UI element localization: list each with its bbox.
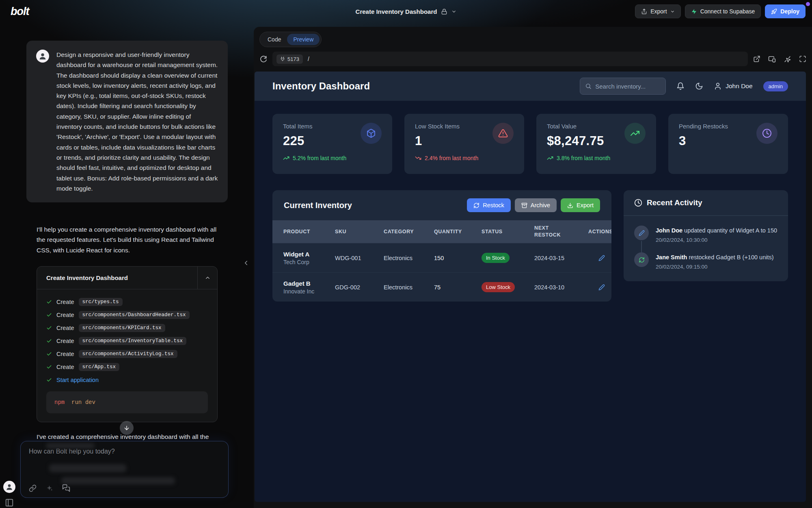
assistant-intro-text: I'll help you create a comprehensive inv… [37,224,222,255]
reload-icon[interactable] [259,55,267,63]
export-label: Export [577,202,594,208]
user-icon [714,82,722,90]
file-path[interactable]: src/components/KPICard.tsx [79,324,165,332]
sku-cell: GDG-002 [335,284,384,291]
collapse-artifact-button[interactable] [197,267,217,289]
open-external-icon[interactable] [753,55,760,63]
kpi-value: $8,247.75 [547,134,604,148]
scroll-to-bottom-button[interactable] [120,421,134,435]
edit-row-button[interactable] [598,284,611,291]
file-path[interactable]: src/types.ts [79,298,123,306]
user-message: Design a responsive and user-friendly in… [26,41,228,202]
pencil-icon [598,255,605,261]
archive-button[interactable]: Archive [515,198,557,212]
kpi-card-pending-restocks: Pending Restocks 3 [668,114,788,174]
kpi-label: Low Stock Items [415,123,460,130]
file-path[interactable]: src/components/ActivityLog.tsx [79,350,177,358]
deploy-button[interactable]: Deploy [765,4,806,18]
archive-label: Archive [531,202,550,208]
sidebar-toggle-icon[interactable] [5,498,14,507]
view-mode-tabs: Code Preview [259,32,322,47]
user-menu[interactable]: John Doe [714,82,752,90]
collapse-chat-handle[interactable] [242,259,250,267]
status-cell: Low Stock [482,282,534,292]
kpi-label: Pending Restocks [679,123,728,130]
table-row[interactable]: Gadget B Innovate Inc GDG-002 Electronic… [272,272,611,302]
inventory-search-input[interactable] [595,83,661,90]
user-avatar [36,50,49,63]
recent-activity-panel: Recent Activity John Doe updated quantit… [624,190,788,281]
product-name: Widget A [283,251,335,258]
kpi-trend: 5.2% from last month [283,155,382,161]
topbar-actions: Export Connect to Supabase Deploy [635,4,806,18]
inspector-cursor-icon[interactable] [784,55,791,63]
inventory-search[interactable] [580,78,666,95]
restock-button[interactable]: Restock [467,198,510,212]
dark-mode-toggle-icon[interactable] [695,82,703,90]
tab-preview[interactable]: Preview [287,34,320,45]
dashboard-header: Inventory Dashboard [255,72,806,101]
address-bar[interactable]: 5173 / [272,52,748,66]
kpi-value: 225 [283,134,313,148]
port-badge[interactable]: 5173 [276,54,303,64]
bolt-logo[interactable]: bolt [11,5,29,18]
url-path: / [308,56,309,62]
plug-icon [280,56,285,61]
trending-up-icon [624,123,646,144]
chat-input-box[interactable] [20,441,229,498]
check-icon [46,299,52,305]
chat-panel: Design a responsive and user-friendly in… [0,23,254,508]
bell-icon[interactable] [676,82,685,90]
export-button[interactable]: Export [635,4,680,18]
account-avatar[interactable] [3,481,15,493]
connect-supabase-button[interactable]: Connect to Supabase [685,4,761,18]
file-path[interactable]: src/App.tsx [79,363,120,371]
redacted-content [49,464,126,472]
start-application-link[interactable]: Start application [56,377,99,383]
arrow-down-icon [123,425,130,431]
edit-row-button[interactable] [598,255,611,261]
kpi-trend-text: 3.8% from last month [557,155,610,161]
quantity-cell: 150 [434,255,482,261]
file-path[interactable]: src/components/InventoryTable.tsx [79,337,187,345]
browser-address-row: 5173 / [259,51,806,67]
pencil-icon [598,284,605,291]
kpi-card-low-stock: Low Stock Items 1 2.4% from last month [404,114,524,174]
dashboard-header-actions: John Doe admin [580,78,788,95]
responsive-devices-icon[interactable] [768,55,776,63]
check-icon [46,377,52,383]
file-action-row: Create src/components/KPICard.tsx [46,321,208,334]
check-icon [46,325,52,331]
activity-item: John Doe updated quantity of Widget A to… [634,226,777,243]
column-header: Product [283,228,335,235]
kpi-value: 1 [415,134,460,148]
export-csv-button[interactable]: Export [561,198,600,212]
activity-timestamp: 20/02/2024, 09:15:00 [656,264,774,270]
inventory-title: Current Inventory [284,201,352,210]
supabase-label: Connect to Supabase [700,8,755,15]
user-prompt-text: Design a responsive and user-friendly in… [56,50,218,193]
file-action-row: Create src/components/ActivityLog.tsx [46,347,208,360]
command-args: run dev [68,399,95,406]
chat-input[interactable] [29,448,216,462]
column-header: SKU [335,228,384,235]
project-title: Create Inventory Dashboard [356,8,437,15]
dashboard-title: Inventory Dashboard [272,80,370,92]
chat-bubbles-icon[interactable] [62,484,70,492]
kpi-trend: 2.4% from last month [415,155,514,161]
file-path[interactable]: src/components/DashboardHeader.tsx [79,311,190,319]
column-header: Actions [588,228,611,235]
sparkles-icon[interactable] [45,484,53,492]
table-row[interactable]: Widget A Tech Corp WDG-001 Electronics 1… [272,243,611,272]
tab-code[interactable]: Code [261,34,287,45]
activity-list: John Doe updated quantity of Widget A to… [624,216,788,281]
redacted-content [61,477,175,484]
link-icon[interactable] [29,484,37,492]
fullscreen-icon[interactable] [799,55,806,63]
file-action-label: Create [56,325,74,331]
preview-viewport: Inventory Dashboard [255,72,806,502]
trending-up-icon [547,155,553,161]
project-title-menu[interactable]: Create Inventory Dashboard [356,8,457,15]
start-application-row: Start application [46,373,208,386]
chat-input-toolbar [29,484,70,492]
